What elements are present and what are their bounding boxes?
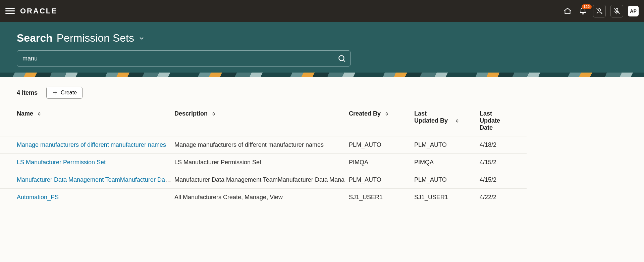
notifications-icon[interactable]: 122 — [578, 6, 588, 16]
search-input[interactable] — [17, 50, 351, 67]
global-header: ORACLE 122 AP — [0, 0, 644, 22]
cell-last-update-date: 4/15/2 — [480, 171, 527, 189]
svg-point-5 — [339, 55, 344, 60]
results-toolbar: 4 items Create — [0, 77, 644, 105]
table-row: Manufacturer Data Management TeamManufac… — [0, 171, 527, 189]
cell-last-updated-by: PLM_AUTO — [414, 136, 480, 154]
notification-badge: 122 — [582, 4, 592, 9]
cell-created-by: SJ1_USER1 — [349, 189, 414, 206]
column-header-last-updated-by[interactable]: Last Updated By — [414, 105, 480, 136]
permission-set-link[interactable]: Manage manufacturers of different manufa… — [17, 141, 166, 148]
cell-last-update-date: 4/15/2 — [480, 154, 527, 171]
table-row: Automation_PSAll Manufacturers Create, M… — [0, 189, 527, 206]
avatar[interactable]: AP — [628, 6, 639, 16]
sort-icon — [37, 112, 42, 116]
permission-set-link[interactable]: Manufacturer Data Management TeamManufac… — [17, 176, 174, 183]
results-table-wrap: Name Description Created By — [0, 105, 644, 206]
oracle-logo: ORACLE — [20, 7, 57, 15]
cell-created-by: PLM_AUTO — [349, 136, 414, 154]
column-header-name[interactable]: Name — [0, 105, 174, 136]
page-title: Search Permission Sets — [17, 32, 627, 44]
cell-last-updated-by: PLM_AUTO — [414, 171, 480, 189]
title-prefix: Search — [17, 32, 53, 44]
search-icon[interactable] — [336, 53, 347, 64]
cell-last-updated-by: PIMQA — [414, 154, 480, 171]
results-table: Name Description Created By — [0, 105, 527, 206]
cell-description: All Manufacturers Create, Manage, View — [174, 189, 349, 206]
cell-description: Manage manufacturers of different manufa… — [174, 136, 349, 154]
item-count: 4 items — [17, 89, 38, 96]
column-header-last-update-date[interactable]: Last Update Date — [480, 105, 527, 136]
sort-icon — [211, 112, 216, 116]
permission-set-link[interactable]: LS Manufacturer Perrmission Set — [17, 159, 106, 166]
home-icon[interactable] — [562, 6, 573, 16]
column-header-created-by[interactable]: Created By — [349, 105, 414, 136]
cell-last-update-date: 4/18/2 — [480, 136, 527, 154]
cell-created-by: PIMQA — [349, 154, 414, 171]
svg-line-1 — [597, 8, 602, 14]
search-hero: Search Permission Sets — [0, 22, 644, 77]
cell-description: LS Manufacturer Permission Set — [174, 154, 349, 171]
create-button-label: Create — [61, 90, 77, 96]
microphone-off-icon[interactable] — [610, 5, 623, 17]
svg-line-6 — [343, 60, 345, 62]
decorative-pattern — [0, 73, 644, 77]
table-row: LS Manufacturer Perrmission SetLS Manufa… — [0, 154, 527, 171]
title-subject: Permission Sets — [57, 32, 134, 44]
table-row: Manage manufacturers of different manufa… — [0, 136, 527, 154]
cell-created-by: PLM_AUTO — [349, 171, 414, 189]
menu-icon[interactable] — [5, 6, 15, 16]
chevron-down-icon[interactable] — [138, 32, 145, 44]
user-profile-icon[interactable] — [593, 5, 606, 17]
permission-set-link[interactable]: Automation_PS — [17, 194, 59, 201]
cell-last-updated-by: SJ1_USER1 — [414, 189, 480, 206]
cell-description: Manufacturer Data Management TeamManufac… — [174, 171, 349, 189]
sort-icon — [384, 112, 389, 116]
sort-icon — [455, 119, 460, 123]
column-header-description[interactable]: Description — [174, 105, 349, 136]
create-button[interactable]: Create — [46, 87, 83, 99]
cell-last-update-date: 4/22/2 — [480, 189, 527, 206]
